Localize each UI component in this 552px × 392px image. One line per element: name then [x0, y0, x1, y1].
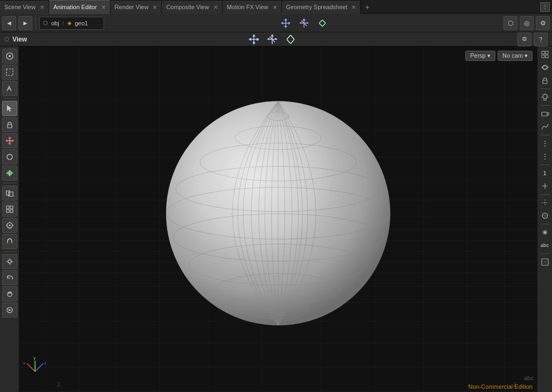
rt-grid2-btn[interactable] [539, 180, 551, 192]
svg-rect-64 [542, 51, 544, 54]
rt-visibility-btn[interactable] [539, 61, 551, 73]
view-transform-1-icon [248, 33, 260, 45]
svg-rect-67 [546, 55, 548, 58]
transform-icon-1[interactable] [279, 16, 293, 30]
rt-more2-btn[interactable]: ⋮ [539, 150, 551, 162]
tab-animation-editor[interactable]: Animation Editor ✕ [49, 0, 111, 14]
svg-rect-2 [6, 69, 13, 75]
scale-btn[interactable] [2, 166, 17, 181]
rt-sep-2 [540, 105, 550, 106]
view-header-right: ⚙ ? [518, 32, 548, 46]
render-left-btn[interactable] [2, 302, 17, 318]
viewport-controls: Persp ▾ No cam ▾ [465, 51, 533, 61]
rt-sep-7 [540, 253, 550, 254]
cam-button[interactable]: No cam ▾ [498, 51, 533, 61]
rt-sep-4 [540, 164, 550, 165]
tab-close-render[interactable]: ✕ [153, 4, 157, 10]
rt-light-btn[interactable] [539, 91, 551, 103]
view-scale-icon[interactable] [284, 32, 298, 46]
rt-text-btn[interactable]: abc [539, 239, 551, 251]
tab-bar: Scene View ✕ Animation Editor ✕ Render V… [0, 0, 552, 14]
rotate-icon [299, 18, 309, 29]
view-settings-icon[interactable]: ⚙ [518, 32, 532, 46]
view-header: ⬡ View ⚙ ? [0, 32, 552, 46]
svg-point-11 [9, 225, 10, 226]
tab-close-anim[interactable]: ✕ [101, 4, 106, 10]
arrow-select-btn[interactable] [2, 101, 17, 116]
forward-button[interactable]: ► [18, 16, 32, 30]
tab-label: Scene View [4, 4, 36, 10]
tab-overflow-button[interactable]: ⋮ [540, 2, 550, 12]
view-transform-icons [30, 32, 514, 46]
rt-curve-btn[interactable] [539, 121, 551, 133]
svg-point-70 [543, 94, 547, 99]
svg-rect-3 [8, 125, 12, 128]
rotate-btn[interactable] [2, 149, 17, 164]
transform-btn[interactable] [2, 133, 17, 148]
svg-rect-6 [6, 206, 9, 209]
tab-close-scene[interactable]: ✕ [40, 4, 44, 10]
settings-btn[interactable]: ⚙ [536, 16, 550, 30]
rt-snap2-btn[interactable] [539, 197, 551, 209]
persp-button[interactable]: Persp ▾ [465, 51, 495, 61]
boolean-btn[interactable] [2, 185, 17, 201]
path-icon: ⬡ [43, 20, 48, 26]
svg-rect-71 [542, 112, 547, 116]
rt-handle-btn[interactable] [539, 226, 551, 238]
left-sep-3 [3, 251, 16, 252]
box-select-btn[interactable] [2, 65, 17, 80]
abc-label: abc [524, 375, 534, 381]
rt-sep-6 [540, 224, 550, 224]
rt-lock-btn[interactable] [539, 74, 551, 86]
rt-num1-btn[interactable]: 1 [539, 167, 551, 179]
view-move-icon[interactable] [247, 32, 261, 46]
tab-close-geo[interactable]: ✕ [351, 4, 356, 10]
snap-btn[interactable] [2, 218, 17, 233]
tab-close-motion[interactable]: ✕ [273, 4, 277, 10]
rt-display-btn[interactable] [539, 49, 551, 60]
svg-point-74 [544, 232, 546, 233]
undo-btn[interactable] [2, 270, 17, 285]
tab-render-view[interactable]: Render View ✕ [111, 0, 162, 14]
lock-btn[interactable] [2, 117, 17, 132]
tab-label: Render View [115, 4, 149, 10]
path-geo-icon: ◈ [67, 20, 72, 26]
view-title: View [12, 36, 27, 43]
rt-more-btn[interactable]: ⋮ [539, 137, 551, 149]
pivot-btn[interactable] [2, 254, 17, 269]
svg-point-4 [7, 154, 12, 160]
add-tab-button[interactable]: + [361, 3, 374, 11]
display-btn[interactable]: ⬡ [503, 16, 518, 30]
magnet-btn[interactable] [2, 234, 17, 249]
paint-btn[interactable] [2, 81, 17, 96]
tab-composite-view[interactable]: Composite View ✕ [162, 0, 222, 14]
tab-motion-fx[interactable]: Motion FX View ✕ [223, 0, 282, 14]
view-help-icon[interactable]: ? [534, 32, 548, 46]
tab-label: Motion FX View [227, 4, 268, 10]
viewport[interactable]: Persp ▾ No cam ▾ z x y 2 2 abc Non-Comme… [19, 46, 537, 392]
back-button[interactable]: ◄ [2, 16, 16, 30]
toolbar-center-controls [106, 16, 501, 30]
transform-icon-3[interactable] [315, 16, 329, 30]
tab-scene-view[interactable]: Scene View ✕ [0, 0, 49, 14]
select-tool-btn[interactable] [2, 49, 17, 64]
camera-left-btn[interactable] [2, 286, 17, 301]
toolbar: ◄ ► ⬡ obj / ◈ geo1 ⬡ ◎ ⚙ [0, 14, 552, 32]
tab-geometry-spreadsheet[interactable]: Geometry Spreadsheet ✕ [282, 0, 361, 14]
view-rotate-icon[interactable] [265, 32, 279, 46]
rt-snap3-btn[interactable] [539, 210, 551, 222]
rt-overlay-btn[interactable] [539, 256, 551, 268]
tab-close-composite[interactable]: ✕ [213, 4, 218, 10]
tab-bar-controls: ⋮ [540, 2, 552, 12]
svg-rect-7 [10, 206, 13, 209]
grid-btn[interactable] [2, 202, 17, 217]
axis-svg: z x y [22, 353, 49, 380]
svg-line-59 [27, 363, 35, 372]
sphere-3d [160, 97, 397, 341]
render-btn[interactable]: ◎ [520, 16, 534, 30]
transform-icon-2[interactable] [297, 16, 311, 30]
x-coord-label: 2 [57, 381, 60, 388]
rt-camera-btn[interactable] [539, 108, 551, 120]
svg-point-12 [8, 260, 11, 263]
path-display[interactable]: ⬡ obj / ◈ geo1 [39, 17, 104, 30]
